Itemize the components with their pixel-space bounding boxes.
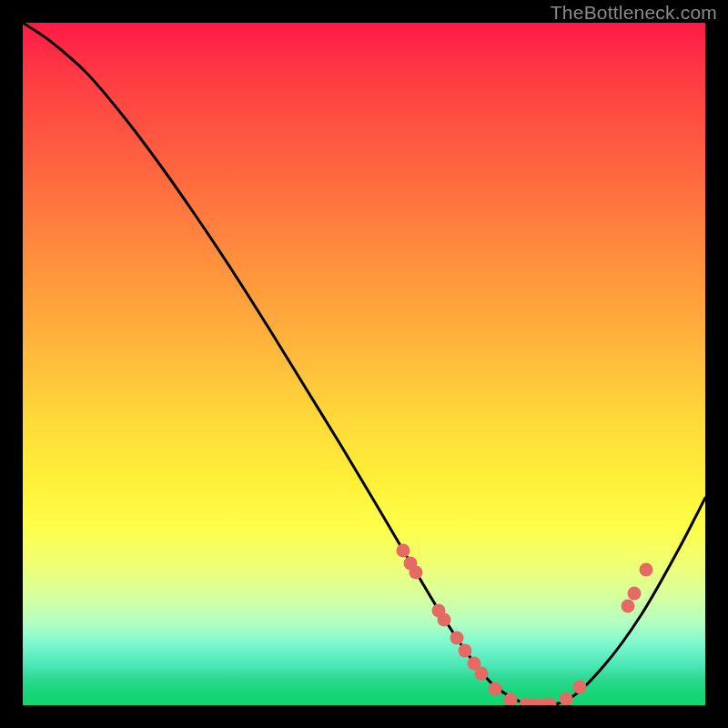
chart-area (23, 23, 705, 705)
data-marker (640, 563, 653, 577)
data-marker (410, 566, 423, 580)
data-marker (397, 544, 410, 558)
data-marker (560, 693, 573, 706)
data-marker (489, 682, 502, 696)
chart-svg (23, 23, 705, 705)
data-marker (459, 644, 472, 658)
data-marker (573, 681, 587, 694)
data-marker (543, 698, 557, 706)
bottleneck-curve (23, 23, 705, 705)
data-marker (450, 632, 464, 645)
data-marker (622, 600, 635, 613)
data-marker (628, 587, 642, 601)
watermark-label: TheBottleneck.com (551, 2, 717, 24)
data-marker (438, 613, 451, 627)
data-marker (475, 667, 489, 681)
